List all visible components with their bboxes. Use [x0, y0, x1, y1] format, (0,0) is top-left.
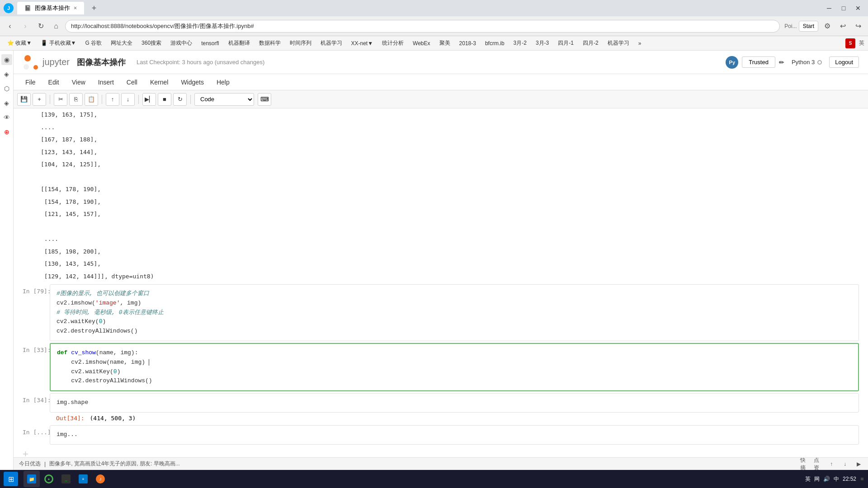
browser-tab-active[interactable]: 📓 图像基本操作 × [17, 2, 84, 14]
close-btn[interactable]: ✕ [852, 2, 864, 14]
sidebar-icon-2[interactable]: ◈ [1, 69, 12, 80]
bookmark-translate[interactable]: 机器翻译 [225, 38, 254, 48]
menu-widgets[interactable]: Widgets [175, 76, 210, 89]
output-34-value: (414, 500, 3) [90, 415, 136, 422]
menu-insert[interactable]: Insert [92, 76, 120, 89]
kuaizhai-icon[interactable]: 快摘 [800, 460, 808, 468]
minimize-btn[interactable]: ─ [823, 2, 835, 14]
add-cell-bottom-btn[interactable]: + [23, 448, 33, 457]
cut-btn[interactable]: ✂ [54, 93, 67, 106]
copy-btn[interactable]: ⎘ [69, 93, 83, 106]
bookmark-webex[interactable]: WebEx [409, 39, 434, 47]
menu-help[interactable]: Help [210, 76, 236, 89]
save-btn[interactable]: 💾 [17, 93, 31, 106]
taskbar-chrome[interactable]: ● [41, 471, 57, 487]
move-down-btn[interactable]: ↓ [121, 93, 135, 106]
bookmark-360[interactable]: 360搜索 [138, 38, 165, 48]
window-controls: ─ □ ✕ [823, 2, 864, 14]
url-bar[interactable]: http://localhost:8888/notebooks/opencv/图… [65, 20, 780, 33]
menu-view[interactable]: View [66, 76, 92, 89]
bookmark-jumei[interactable]: 聚美 [436, 38, 454, 48]
bookmark-march2[interactable]: 3月-2 [510, 38, 530, 48]
refresh-btn[interactable]: ↻ [34, 20, 47, 33]
output-spacer [41, 171, 859, 183]
taskbar-lang: 英 [805, 475, 811, 483]
bookmark-google[interactable]: G 谷歌 [81, 38, 105, 48]
bookmark-ml2[interactable]: 机器学习 [604, 38, 633, 48]
bookmark-april2[interactable]: 四月-2 [579, 38, 602, 48]
bookmark-2018[interactable]: 2018-3 [456, 39, 480, 47]
edit-icon-area[interactable]: ✏ [779, 59, 784, 66]
home-btn[interactable]: ⌂ [50, 20, 62, 33]
run-next-btn[interactable]: ▶▏ [142, 93, 156, 106]
bookmark-ml[interactable]: 机器学习 [317, 38, 346, 48]
taskbar-vscode-icon: ≡ [79, 474, 88, 483]
bookmark-bfcrm[interactable]: bfcrm.ib [481, 39, 508, 47]
sidebar-icon-5[interactable]: 👁 [1, 112, 12, 123]
bookmark-xxnet[interactable]: XX-net▼ [348, 39, 377, 47]
redo-btn[interactable]: ↪ [852, 20, 864, 33]
bookmark-april1[interactable]: 四月-1 [554, 38, 577, 48]
bookmark-stats[interactable]: 统计分析 [378, 38, 407, 48]
maximize-btn[interactable]: □ [837, 2, 850, 14]
restart-btn[interactable]: ↻ [173, 93, 187, 106]
start-btn[interactable]: Start [799, 21, 818, 32]
sidebar-icon-6[interactable]: ⊕ [1, 127, 12, 137]
menu-file[interactable]: File [19, 76, 42, 89]
taskbar-terminal[interactable]: _ [58, 471, 74, 487]
back-btn[interactable]: ‹ [4, 20, 16, 33]
new-tab-btn[interactable]: + [88, 2, 100, 14]
bookmark-more[interactable]: » [635, 39, 645, 47]
up-icon[interactable]: ↑ [827, 460, 835, 468]
move-up-btn[interactable]: ↑ [106, 93, 119, 106]
output-line-8: [121, 145, 157], [41, 208, 859, 221]
cell-type-select[interactable]: Code Markdown Raw NBConvert [194, 93, 254, 106]
cell-79-code[interactable]: #图像的显示, 也可以创建多个窗口 cv2.imshow('image', im… [50, 284, 859, 341]
bookmark-data[interactable]: 数据科学 [255, 38, 284, 48]
taskbar-show-desktop[interactable] [861, 478, 863, 480]
bookmark-march3[interactable]: 3月-3 [532, 38, 552, 48]
keyboard-shortcuts-btn[interactable]: ⌨ [258, 93, 271, 106]
taskbar-vscode[interactable]: ≡ [75, 471, 91, 487]
tab-close-btn[interactable]: × [74, 5, 77, 11]
interrupt-btn[interactable]: ■ [158, 93, 171, 106]
bookmark-mobile[interactable]: 📱 手机收藏▼ [37, 38, 80, 48]
cell-34-code[interactable]: img.shape [50, 393, 859, 413]
bookmark-games[interactable]: 游戏中心 [167, 38, 196, 48]
notebook-scroll[interactable]: [139, 163, 175], .... [167, 187, 188], [… [14, 108, 868, 457]
bookmark-tf[interactable]: tensorfl [198, 39, 222, 47]
cell-next-code[interactable]: img... [50, 425, 859, 445]
taskbar-jupyter[interactable]: J [92, 471, 108, 487]
logout-button[interactable]: Logout [829, 56, 859, 68]
start-menu-btn[interactable]: ⊞ [4, 472, 18, 486]
taskbar: ⊞ 📁 ● _ ≡ J 英 网 🔊 中 22:52 [0, 470, 868, 488]
cell-34-container: In [34]: img.shape Out[34]: (414, 500, 3… [14, 393, 868, 423]
bookmark-time[interactable]: 时间序列 [286, 38, 315, 48]
taskbar-explorer[interactable]: 📁 [24, 471, 40, 487]
address-bar: ‹ › ↻ ⌂ http://localhost:8888/notebooks/… [0, 16, 868, 36]
browser-frame: J 📓 图像基本操作 × + ─ □ ✕ ‹ › ↻ ⌂ http://loca… [0, 0, 868, 488]
trusted-button[interactable]: Trusted [742, 56, 775, 68]
cell-34-label: In [34]: [14, 393, 50, 423]
down-icon[interactable]: ↓ [841, 460, 849, 468]
jupyter-logo: jupyter [23, 54, 70, 70]
forward-btn[interactable]: › [19, 20, 32, 33]
menu-cell[interactable]: Cell [120, 76, 144, 89]
bookmark-favorites[interactable]: ⭐ 收藏▼ [4, 38, 35, 48]
status-today[interactable]: 今日优选 [19, 460, 41, 468]
hotspot-icon[interactable]: 热点资讯 [814, 460, 822, 468]
undo-btn[interactable]: ↩ [836, 20, 849, 33]
play-icon[interactable]: ▶ [854, 460, 863, 468]
settings-btn[interactable]: ⚙ [821, 20, 834, 33]
sidebar-icon-3[interactable]: ⬡ [1, 83, 12, 94]
output-line-5: [104, 124, 125]], [41, 158, 859, 171]
paste-btn[interactable]: 📋 [85, 93, 98, 106]
bookmark-nav[interactable]: 网址大全 [107, 38, 136, 48]
cell-33-code[interactable]: def cv_show(name, img): cv2.imshow(name,… [50, 343, 859, 391]
add-cell-btn[interactable]: + [33, 93, 46, 106]
menu-kernel[interactable]: Kernel [144, 76, 175, 89]
sidebar-icon-1[interactable]: ◉ [1, 54, 12, 65]
edit-icon[interactable]: ✏ [779, 59, 784, 66]
menu-edit[interactable]: Edit [42, 76, 66, 89]
sidebar-icon-4[interactable]: ◈ [1, 98, 12, 108]
